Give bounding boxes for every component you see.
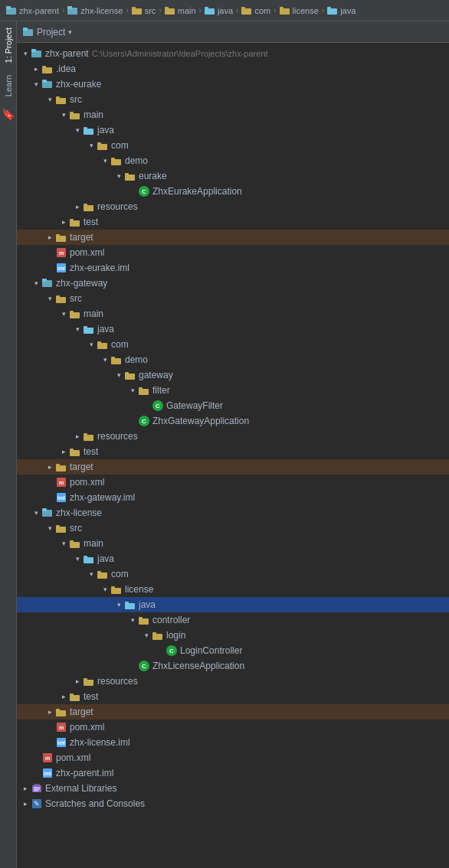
tree-item-gateway-test[interactable]: test <box>17 444 449 459</box>
tree-item-eurake-target[interactable]: target <box>17 230 449 245</box>
svg-rect-105 <box>56 709 60 711</box>
tree-item-zhx-eurake[interactable]: zhx-eurake <box>17 77 449 92</box>
breadcrumb-sep2: › <box>126 6 128 15</box>
tree-item-license-src[interactable]: src <box>17 520 449 536</box>
iml-icon-gateway: iml <box>55 491 67 504</box>
pom-icon-gateway: m <box>55 476 67 488</box>
tree-item-license-com[interactable]: com <box>17 566 449 582</box>
item-label-eurake-demo: demo <box>125 155 148 166</box>
tree-item-license-pom[interactable]: m pom.xml <box>17 720 449 735</box>
breadcrumb-item-license[interactable]: license <box>280 6 319 15</box>
arrow-license-controller <box>127 615 138 625</box>
item-label-gateway-demo: demo <box>125 354 148 365</box>
module-icon-root <box>31 47 43 60</box>
tree-item-scratches[interactable]: ✎ Scratches and Consoles <box>17 796 449 811</box>
tree-item-eurake-resources[interactable]: resources <box>17 199 449 214</box>
tree-item-gateway-gateway[interactable]: gateway <box>17 367 449 383</box>
folder-icon-eurake-main <box>69 109 81 121</box>
svg-text:m: m <box>59 480 64 485</box>
arrow-eurake-res <box>72 201 83 212</box>
tree-item-eurake-com[interactable]: com <box>17 138 449 153</box>
tree-item-gateway-iml[interactable]: iml zhx-gateway.iml <box>17 490 449 505</box>
tree-item-GatewayFilter[interactable]: C GatewayFilter <box>17 398 449 413</box>
arrow-eurake-demo <box>100 155 110 166</box>
tree-item-gateway-java[interactable]: java <box>17 321 449 337</box>
svg-rect-57 <box>97 341 101 344</box>
breadcrumb-item-src[interactable]: src <box>132 6 156 15</box>
bookmark-icon[interactable]: 🔖 <box>0 103 18 125</box>
arrow-license-test <box>58 691 69 702</box>
item-label-root-pom: pom.xml <box>56 752 90 763</box>
tree-item-eurake-java[interactable]: java <box>17 122 449 138</box>
arrow-gateway-demo <box>100 354 110 365</box>
tree-item-root[interactable]: zhx-parent C:\Users\Administrator\IdeaPr… <box>17 46 449 61</box>
tree-item-eurake-eurake[interactable]: eurake <box>17 168 449 184</box>
tree-item-gateway-demo[interactable]: demo <box>17 352 449 367</box>
item-label-license-res: resources <box>97 676 138 687</box>
breadcrumb-item-com[interactable]: com <box>241 6 270 15</box>
arrow-license-java <box>72 553 83 564</box>
java-class-icon-gateway-app: C <box>138 415 150 427</box>
tree-item-zhx-gateway[interactable]: zhx-gateway <box>17 276 449 291</box>
tree-item-ZhxEurakeApplication[interactable]: C ZhxEurakeApplication <box>17 184 449 199</box>
panel-dropdown-arrow[interactable]: ▾ <box>68 28 72 36</box>
tree-item-license-java2[interactable]: java <box>17 597 449 612</box>
tree-item-gateway-main[interactable]: main <box>17 306 449 321</box>
tree-item-LoginController[interactable]: C LoginController <box>17 643 449 658</box>
tree-item-license-res[interactable]: resources <box>17 674 449 689</box>
breadcrumb-item-zhx-parent[interactable]: zhx-parent <box>6 6 59 15</box>
folder-icon-eurake-res <box>83 201 95 213</box>
folder-icon-gateway-demo <box>110 354 123 366</box>
arrow-zhx-gateway <box>31 278 41 289</box>
tree-item-idea[interactable]: .idea <box>17 61 449 77</box>
tree-item-ZhxGatewayApplication[interactable]: C ZhxGatewayApplication <box>17 413 449 429</box>
tree-item-eurake-iml[interactable]: iml zhx-eurake.iml <box>17 260 449 276</box>
arrow-gateway-test <box>58 446 69 457</box>
arrow-zhx-eurake <box>31 79 41 90</box>
folder-icon-main <box>165 6 175 15</box>
breadcrumb-item-main[interactable]: main <box>165 6 196 15</box>
scratches-icon: ✎ <box>31 798 43 810</box>
arrow-license-main <box>58 538 69 549</box>
tree-item-gateway-filter[interactable]: filter <box>17 383 449 398</box>
tree-item-license-main[interactable]: main <box>17 536 449 551</box>
tree-item-eurake-test[interactable]: test <box>17 214 449 230</box>
tab-project[interactable]: 1: Project <box>1 21 16 69</box>
tree-item-license-login[interactable]: login <box>17 628 449 643</box>
arrow-zhx-license <box>31 507 41 518</box>
tree-item-gateway-com[interactable]: com <box>17 337 449 352</box>
tree-item-ZhxLicenseApplication[interactable]: C ZhxLicenseApplication <box>17 658 449 674</box>
panel-header: Project ▾ <box>17 21 449 43</box>
tree-item-eurake-main[interactable]: main <box>17 107 449 122</box>
tree-item-root-pom[interactable]: m pom.xml <box>17 750 449 765</box>
svg-rect-80 <box>56 527 66 533</box>
source-folder-icon-license-java <box>83 553 95 565</box>
folder-icon-license-main <box>69 537 81 550</box>
tree-item-eurake-pom[interactable]: m pom.xml <box>17 245 449 260</box>
svg-text:m: m <box>59 725 64 730</box>
tree-item-gateway-src[interactable]: src <box>17 291 449 306</box>
svg-rect-89 <box>111 586 115 589</box>
tree-item-gateway-res[interactable]: resources <box>17 429 449 444</box>
tree-item-license-iml[interactable]: iml zhx-license.iml <box>17 735 449 750</box>
breadcrumb-item-java2[interactable]: java <box>327 6 356 15</box>
breadcrumb-item-zhx-license[interactable]: zhx-license <box>67 6 123 15</box>
tree-item-zhx-license[interactable]: zhx-license <box>17 505 449 520</box>
tree-item-root-iml[interactable]: iml zhx-parent.iml <box>17 765 449 781</box>
pom-icon-eurake: m <box>55 246 67 259</box>
tree-item-license-test[interactable]: test <box>17 689 449 704</box>
iml-icon-license: iml <box>55 736 67 749</box>
tree-item-license-target[interactable]: target <box>17 704 449 720</box>
tree-item-license-license[interactable]: license <box>17 582 449 597</box>
tree-item-license-java[interactable]: java <box>17 551 449 566</box>
tree-item-external-libraries[interactable]: External Libraries <box>17 781 449 796</box>
tree-item-eurake-demo[interactable]: demo <box>17 153 449 168</box>
tab-learn[interactable]: Learn <box>1 69 16 103</box>
tree-item-eurake-src[interactable]: src <box>17 92 449 107</box>
tree-item-gateway-pom[interactable]: m pom.xml <box>17 475 449 490</box>
breadcrumb-item-java[interactable]: java <box>205 6 233 15</box>
arrow-eurake-target <box>44 232 55 243</box>
tree-item-license-controller[interactable]: controller <box>17 612 449 628</box>
arrow-license-target <box>44 706 55 717</box>
tree-item-gateway-target[interactable]: target <box>17 459 449 475</box>
